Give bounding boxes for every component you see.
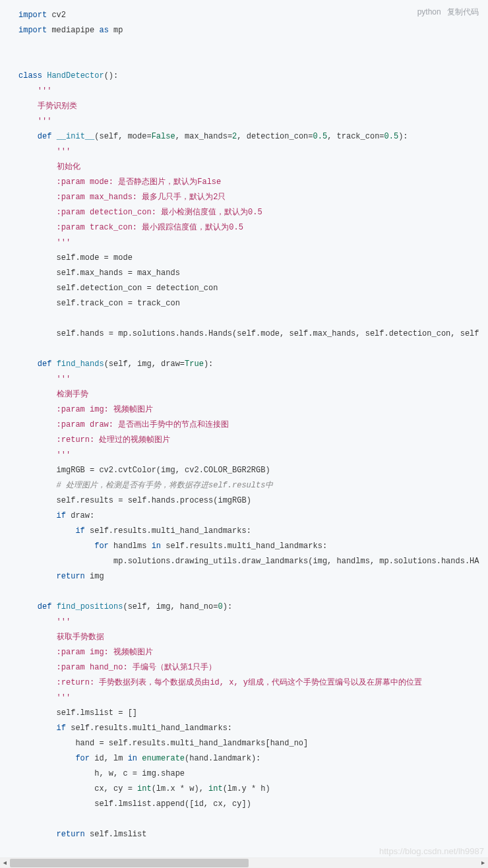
docstring: ''': [18, 117, 51, 126]
scroll-left-button[interactable]: ◄: [0, 858, 10, 868]
docstring: :param img: 视频帧图片: [18, 648, 153, 657]
docstring: :return: 处理过的视频帧图片: [18, 435, 170, 445]
comment: # 处理图片，检测是否有手势，将数据存进self.results中: [18, 481, 273, 490]
kw-def: def: [38, 602, 57, 611]
code-line: self.results = self.hands.process(imgRGB…: [18, 496, 251, 505]
docstring: ''': [18, 693, 71, 702]
code-line: mp.solutions.drawing_utils.draw_landmark…: [18, 557, 479, 566]
code-line: self.lmslist.append([id, cx, cy]): [18, 799, 251, 809]
kw-import: import: [18, 26, 47, 35]
code-line: self.lmslist = []: [18, 708, 137, 718]
docstring: 检测手势: [18, 390, 88, 399]
language-label: python: [417, 7, 441, 16]
copy-code-button[interactable]: 复制代码: [447, 7, 479, 16]
docstring: ''': [18, 450, 71, 460]
scroll-thumb[interactable]: [10, 859, 249, 867]
code-line: self.max_hands = max_hands: [18, 268, 180, 278]
code-line: self.hands = mp.solutions.hands.Hands(se…: [18, 329, 479, 338]
code-line: self.mode = mode: [18, 253, 133, 263]
docstring: ''': [18, 375, 71, 384]
docstring: :return: 手势数据列表，每个数据成员由id, x, y组成，代码这个手势…: [18, 678, 422, 687]
docstring: 获取手势数据: [18, 633, 104, 642]
class-name: HandDetector: [47, 71, 104, 80]
code-line: hand = self.results.multi_hand_landmarks…: [18, 739, 308, 748]
code-block: import cv2 import mediapipe as mp class …: [0, 0, 488, 850]
docstring: ''': [18, 617, 71, 627]
docstring: 初始化: [18, 162, 80, 171]
code-line: self.track_con = track_con: [18, 299, 180, 308]
docstring: :param track_con: 最小跟踪信度值，默认为0.5: [18, 223, 243, 232]
docstring: 手势识别类: [18, 102, 77, 111]
kw-class: class: [18, 71, 47, 80]
fn-init: __init__: [57, 132, 95, 141]
fn-find-hands: find_hands: [57, 359, 104, 369]
code-line: imgRGB = cv2.cvtColor(img, cv2.COLOR_BGR…: [18, 466, 270, 475]
docstring: :param img: 视频帧图片: [18, 405, 153, 414]
kw-import: import: [18, 11, 47, 20]
scroll-track[interactable]: [10, 858, 478, 868]
code-block-header: python 复制代码: [413, 7, 479, 18]
kw-as: as: [99, 26, 108, 35]
kw-def: def: [38, 359, 57, 369]
docstring: ''': [18, 238, 71, 247]
docstring: ''': [18, 147, 71, 156]
docstring: :param hand_no: 手编号（默认第1只手）: [18, 663, 216, 672]
kw-def: def: [38, 132, 57, 141]
code-line: h, w, c = img.shape: [18, 769, 185, 778]
docstring: :param mode: 是否静态图片，默认为False: [18, 177, 221, 187]
fn-find-positions: find_positions: [57, 602, 123, 611]
code-line: self.detection_con = detection_con: [18, 284, 218, 293]
docstring: :param max_hands: 最多几只手，默认为2只: [18, 193, 226, 202]
docstring: ''': [18, 86, 51, 96]
docstring: :param draw: 是否画出手势中的节点和连接图: [18, 420, 229, 429]
horizontal-scrollbar[interactable]: ◄ ►: [0, 857, 488, 868]
scroll-right-button[interactable]: ►: [478, 858, 488, 868]
docstring: :param detection_con: 最小检测信度值，默认为0.5: [18, 208, 262, 217]
